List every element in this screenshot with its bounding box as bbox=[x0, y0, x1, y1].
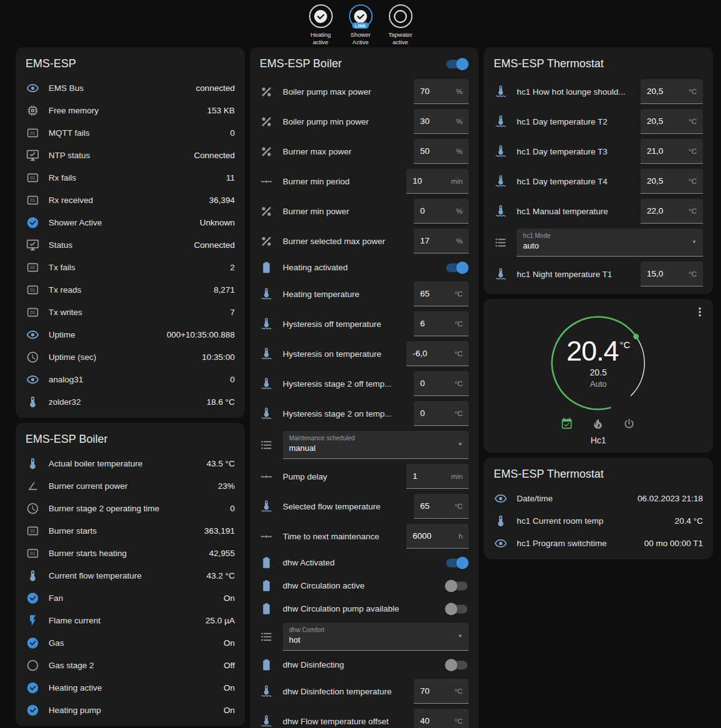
entity-row[interactable]: Uptime000+10:35:00.888 bbox=[16, 323, 245, 346]
entity-label: NTP status bbox=[49, 151, 184, 160]
temperature-dial[interactable]: 20.4°C 20.5 Auto bbox=[543, 308, 654, 415]
entity-row[interactable]: Heating activeOn bbox=[16, 676, 245, 699]
entity-label: dhw Activated bbox=[283, 558, 436, 567]
entity-row[interactable]: Flame current25.0 µA bbox=[16, 609, 245, 631]
entity-row[interactable]: Burner current power23% bbox=[16, 475, 245, 497]
water-thermometer-icon bbox=[260, 714, 274, 728]
entity-row[interactable]: FanOn bbox=[16, 587, 245, 609]
number-input[interactable]: 30% bbox=[414, 109, 469, 134]
number-input[interactable]: -6,0°C bbox=[406, 341, 469, 366]
entity-row[interactable]: 01Rx received36,394 bbox=[16, 189, 245, 211]
number-input[interactable]: 70°C bbox=[414, 679, 469, 704]
entity-row[interactable]: Uptime (sec)10:35:00 bbox=[16, 346, 245, 368]
entity-value: 23% bbox=[218, 481, 235, 491]
number-value: 20,5 bbox=[647, 116, 685, 126]
water-thermometer-icon bbox=[494, 85, 507, 98]
entity-row[interactable]: 01Tx reads8,271 bbox=[16, 278, 245, 301]
toggle-switch[interactable] bbox=[445, 557, 469, 569]
entity-label: dhw Circulation pump available bbox=[283, 604, 436, 613]
svg-text:01: 01 bbox=[30, 197, 35, 203]
entity-row[interactable]: Actual boiler temperature43.5 °C bbox=[16, 452, 245, 475]
entity-row[interactable]: 01Burner starts363,191 bbox=[16, 519, 245, 542]
calendar-check-icon[interactable] bbox=[560, 417, 574, 431]
number-input[interactable]: 70% bbox=[414, 79, 469, 104]
entity-row[interactable]: 01Tx fails2 bbox=[16, 256, 245, 278]
card-toggle[interactable] bbox=[445, 58, 469, 70]
number-unit: % bbox=[456, 88, 462, 95]
battery-icon bbox=[260, 602, 274, 616]
number-input[interactable]: 0% bbox=[414, 199, 469, 224]
select-field[interactable]: Maintenance scheduledmanual▼ bbox=[283, 431, 469, 459]
status-badge[interactable]: Tapwater active bbox=[384, 4, 418, 47]
power-icon[interactable] bbox=[623, 417, 636, 431]
toggle-switch[interactable] bbox=[445, 580, 469, 592]
number-input[interactable]: 21,0°C bbox=[641, 139, 703, 164]
entity-label: Burner max power bbox=[283, 147, 405, 156]
number-unit: °C bbox=[454, 320, 462, 328]
entity-row[interactable]: Current flow temperature43.2 °C bbox=[16, 564, 245, 587]
entity-row[interactable]: hc1 Program switchtime00 mo 00:00 T1 bbox=[484, 532, 713, 554]
entity-row[interactable]: 01MQTT fails0 bbox=[16, 121, 245, 144]
entity-row[interactable]: StatusConnected bbox=[16, 234, 245, 256]
number-input[interactable]: 20,5°C bbox=[641, 109, 703, 134]
entity-label: dhw Disinfection temperature bbox=[283, 687, 405, 696]
entity-row: Burner min period10min bbox=[250, 166, 479, 196]
check-circle-icon bbox=[26, 215, 39, 229]
number-input[interactable]: 22,0°C bbox=[641, 199, 703, 224]
number-input[interactable]: 65°C bbox=[414, 494, 469, 519]
entity-row[interactable]: hc1 Current room temp20.4 °C bbox=[484, 509, 713, 532]
entity-row[interactable]: 01Tx writes7 bbox=[16, 301, 245, 323]
select-field[interactable]: hc1 Modeauto▼ bbox=[517, 229, 703, 257]
toggle-switch[interactable] bbox=[445, 262, 469, 274]
entity-row[interactable]: Date/time06.02.2023 21:18 bbox=[484, 487, 713, 509]
entity-row[interactable]: 01Burner starts heating42,955 bbox=[16, 542, 245, 564]
toggle-switch[interactable] bbox=[445, 659, 469, 671]
number-input[interactable]: 6°C bbox=[414, 311, 469, 336]
clock-icon bbox=[26, 501, 39, 515]
fire-icon[interactable] bbox=[591, 417, 605, 431]
number-input[interactable]: 50% bbox=[414, 139, 469, 164]
badge-label: Heating active bbox=[304, 31, 338, 47]
number-input[interactable]: 6000h bbox=[406, 524, 469, 549]
number-value: 20,5 bbox=[647, 176, 685, 186]
entity-row[interactable]: Heating pumpOn bbox=[16, 699, 245, 721]
entity-label: Hysteresis stage 2 off temp... bbox=[283, 379, 405, 389]
entity-row[interactable]: NTP statusConnected bbox=[16, 144, 245, 166]
select-field[interactable]: dhw Comforthot▼ bbox=[283, 623, 469, 651]
number-input[interactable]: 15,0°C bbox=[641, 262, 703, 286]
number-input[interactable]: 20,5°C bbox=[641, 169, 703, 194]
entity-row[interactable]: analog310 bbox=[16, 368, 245, 390]
number-input[interactable]: 40°C bbox=[414, 709, 469, 728]
number-input[interactable]: 20,5°C bbox=[641, 79, 703, 104]
entity-value: 0 bbox=[230, 504, 235, 513]
thermostat-name: Hc1 bbox=[591, 435, 606, 445]
entity-row[interactable]: EMS Busconnected bbox=[16, 77, 245, 99]
check-circle-icon bbox=[26, 591, 39, 605]
entity-label: Gas stage 2 bbox=[49, 661, 214, 670]
toggle-switch[interactable] bbox=[445, 603, 469, 615]
more-menu-icon[interactable] bbox=[693, 305, 708, 320]
number-value: 65 bbox=[420, 501, 451, 511]
status-badge[interactable]: Heating active bbox=[304, 4, 338, 47]
water-thermometer-icon bbox=[260, 407, 274, 420]
entity-row[interactable]: Gas stage 2Off bbox=[16, 654, 245, 676]
battery-icon bbox=[260, 579, 274, 593]
number-input[interactable]: 65°C bbox=[414, 281, 469, 306]
entity-label: analog31 bbox=[49, 375, 221, 384]
number-unit: °C bbox=[689, 148, 697, 155]
entity-value: On bbox=[224, 638, 235, 648]
entity-row[interactable]: Burner stage 2 operating time0 bbox=[16, 497, 245, 519]
card-header: EMS-ESP Thermostat bbox=[484, 458, 713, 487]
number-input[interactable]: 10min bbox=[406, 169, 469, 194]
monitor-check-icon bbox=[26, 238, 39, 252]
number-input[interactable]: 0°C bbox=[414, 371, 469, 396]
entity-row[interactable]: Free memory153 KB bbox=[16, 99, 245, 121]
entity-row[interactable]: zolder3218.6 °C bbox=[16, 390, 245, 413]
entity-row[interactable]: Shower ActiveUnknown bbox=[16, 211, 245, 234]
entity-row[interactable]: GasOn bbox=[16, 631, 245, 654]
number-input[interactable]: 17% bbox=[414, 229, 469, 253]
number-input[interactable]: 1min bbox=[406, 464, 469, 489]
status-badge[interactable]: LINKShower Active bbox=[344, 4, 378, 47]
entity-row[interactable]: 01Rx fails11 bbox=[16, 166, 245, 189]
number-input[interactable]: 0°C bbox=[414, 401, 469, 426]
